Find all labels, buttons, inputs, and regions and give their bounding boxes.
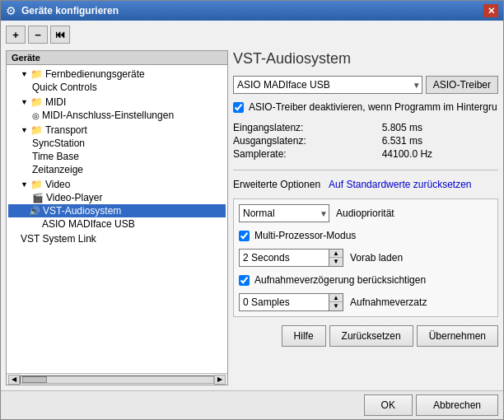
aufnahme-decrement-button[interactable]: ▼: [329, 302, 343, 310]
radio-icon: ◎: [32, 111, 40, 120]
main-window: ⚙ Geräte konfigurieren ✕ + − ⏮ Geräte: [0, 0, 504, 420]
multiprozessor-label: Multi-Prozessor-Modus: [254, 230, 356, 241]
abbrechen-button[interactable]: Abbrechen: [416, 394, 498, 416]
expand-icon: ▼: [21, 126, 28, 134]
tree-item-fernbedienung[interactable]: ▼ 📁 Fernbedienungsgeräte: [8, 68, 226, 81]
tree-node: ▼ 📁 Transport SyncStation Time Base: [8, 123, 226, 177]
tree-label: Zeitanzeige: [32, 164, 83, 175]
tree-item-quick-controls[interactable]: Quick Controls: [8, 81, 226, 94]
aufnahme-checkbox-label: Aufnahmeverzögerung berücksichtigen: [254, 274, 426, 286]
tree-item-midi-anschluss[interactable]: ◎ MIDI-Anschluss-Einstellungen: [8, 109, 226, 122]
tree-item-video[interactable]: ▼ 📁 Video: [8, 178, 226, 191]
vorab-spinner-wrapper: ▲ ▼: [239, 249, 343, 267]
device-dropdown-wrapper: ASIO MADIface USB ▼: [233, 76, 422, 94]
vorab-increment-button[interactable]: ▲: [329, 250, 343, 258]
tree-item-midi[interactable]: ▼ 📁 MIDI: [8, 96, 226, 109]
tree-label: MIDI-Anschluss-Einstellungen: [42, 110, 174, 121]
tree-label: ASIO MADIface USB: [42, 218, 135, 230]
ok-button[interactable]: OK: [364, 394, 413, 416]
device-dropdown[interactable]: ASIO MADIface USB: [233, 76, 422, 94]
tree-node: ▼ 📁 Fernbedienungsgeräte Quick Controls: [8, 67, 226, 95]
horizontal-scrollbar[interactable]: ◀ ▶: [7, 373, 227, 385]
asio-checkbox-label: ASIO-Treiber deaktivieren, wenn Programm…: [249, 101, 497, 113]
device-select-row: ASIO MADIface USB ▼ ASIO-Treiber: [233, 76, 498, 94]
folder-icon: 📁: [30, 179, 43, 190]
audio-priority-dropdown[interactable]: Normal Boost High: [239, 204, 329, 222]
toolbar: + − ⏮: [6, 26, 498, 44]
output-latency-value: 6.531 ms: [382, 135, 498, 147]
aufnahme-checkbox[interactable]: [239, 275, 250, 286]
audio-priority-row: Normal Boost High ▼ Audiopriorität: [239, 204, 492, 222]
aufnahme-label: Aufnahmeverzatz: [350, 296, 492, 308]
add-button[interactable]: +: [6, 26, 26, 44]
vorab-label: Vorab laden: [350, 252, 492, 264]
aufnahme-input[interactable]: [239, 293, 329, 311]
left-panel: Geräte ▼ 📁 Fernbedienungsgeräte Quick Co…: [6, 50, 228, 385]
ok-cancel-row: OK Abbrechen: [1, 390, 503, 419]
tree-label: MIDI: [45, 96, 66, 108]
close-button[interactable]: ✕: [483, 4, 498, 17]
tree-node: VST System Link: [8, 231, 226, 246]
tree-item-video-player[interactable]: 🎬 Video-Player: [8, 191, 226, 204]
tree-item-vst-system-link[interactable]: VST System Link: [8, 232, 226, 245]
folder-icon: 📁: [30, 68, 43, 80]
title-bar: ⚙ Geräte konfigurieren ✕: [1, 1, 503, 21]
scroll-left-button[interactable]: ◀: [8, 375, 20, 385]
video-icon: 🎬: [32, 193, 44, 203]
panel-title: VST-Audiosystem: [233, 50, 498, 68]
window-icon: ⚙: [6, 4, 16, 17]
asio-checkbox[interactable]: [233, 102, 244, 113]
scroll-track[interactable]: [20, 376, 214, 384]
options-row: Erweiterte Optionen Auf Standardwerte zu…: [233, 179, 498, 190]
vorab-row: ▲ ▼ Vorab laden: [239, 249, 492, 267]
tree-label: VST-Audiosystem: [43, 205, 121, 217]
samplerate-value: 44100.0 Hz: [382, 148, 498, 160]
tree-node: ▼ 📁 MIDI ◎ MIDI-Anschluss-Einstellungen: [8, 95, 226, 123]
input-latency-value: 5.805 ms: [382, 122, 498, 133]
audio-priority-dropdown-wrapper: Normal Boost High ▼: [239, 204, 329, 222]
tree-label: VST System Link: [21, 233, 96, 245]
aufnahme-spinner-wrapper: ▲ ▼: [239, 293, 343, 311]
tree-item-transport[interactable]: ▼ 📁 Transport: [8, 124, 226, 137]
tree-item-zeitanzeige[interactable]: Zeitanzeige: [8, 163, 226, 176]
tree-item-vst-audiosystem[interactable]: 🔊 VST-Audiosystem: [8, 204, 226, 217]
settings-section: Normal Boost High ▼ Audiopriorität Multi…: [233, 198, 498, 317]
tree-label: Transport: [45, 124, 87, 136]
expand-icon: ▼: [21, 70, 28, 78]
tree-item-asio-madiface[interactable]: ASIO MADIface USB: [8, 217, 226, 231]
tree-item-syncstation[interactable]: SyncStation: [8, 137, 226, 150]
expand-icon: ▼: [21, 98, 28, 106]
latency-grid: Eingangslatenz: 5.805 ms Ausgangslatenz:…: [233, 120, 498, 161]
asio-button[interactable]: ASIO-Treiber: [426, 76, 498, 94]
folder-icon: 📁: [30, 124, 43, 136]
vorab-input[interactable]: [239, 249, 329, 267]
hilfe-button[interactable]: Hilfe: [282, 325, 326, 347]
remove-button[interactable]: −: [28, 26, 48, 44]
aufnahme-increment-button[interactable]: ▲: [329, 294, 343, 302]
geraete-header: Geräte: [7, 51, 227, 65]
title-bar-left: ⚙ Geräte konfigurieren: [6, 4, 119, 17]
aufnahme-checkbox-row: Aufnahmeverzögerung berücksichtigen: [239, 272, 492, 288]
tree-area[interactable]: ▼ 📁 Fernbedienungsgeräte Quick Controls: [7, 65, 227, 373]
tree-label: Time Base: [32, 151, 79, 162]
input-latency-label: Eingangslatenz:: [233, 122, 372, 133]
folder-icon: 📁: [30, 96, 43, 108]
vorab-decrement-button[interactable]: ▼: [329, 258, 343, 266]
auf-standardwerte-link[interactable]: Auf Standardwerte zurücksetzen: [329, 179, 471, 190]
bottom-buttons: Hilfe Zurücksetzen Übernehmen: [233, 325, 498, 347]
scroll-right-button[interactable]: ▶: [214, 375, 226, 385]
erweiterte-optionen-label: Erweiterte Optionen: [233, 179, 320, 190]
tree-item-timebase[interactable]: Time Base: [8, 150, 226, 163]
divider: [233, 170, 498, 170]
window-title: Geräte konfigurieren: [21, 5, 119, 16]
vorab-spinner-buttons: ▲ ▼: [329, 249, 343, 267]
multiprozessor-row: Multi-Prozessor-Modus: [239, 227, 492, 244]
multiprozessor-checkbox[interactable]: [239, 231, 250, 241]
tree-node: ▼ 📁 Video 🎬 Video-Player 🔊 VST-: [8, 177, 226, 231]
uebernehmen-button[interactable]: Übernehmen: [417, 325, 498, 347]
audio-icon: 🔊: [29, 206, 40, 217]
tree-label: Quick Controls: [32, 82, 97, 93]
zuruecksetzen-button[interactable]: Zurücksetzen: [329, 325, 413, 347]
scroll-thumb[interactable]: [22, 376, 47, 383]
reset-button[interactable]: ⏮: [50, 26, 70, 44]
